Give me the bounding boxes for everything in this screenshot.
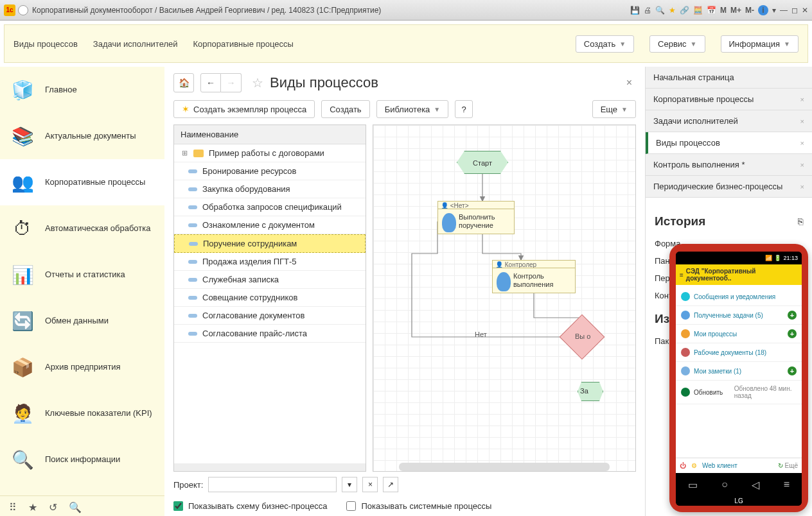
sidebar-item-search[interactable]: 🔍Поиск информации — [0, 436, 164, 483]
sidebar-item-docs[interactable]: 📚Актуальные документы — [0, 113, 164, 159]
tab-close-icon[interactable]: × — [800, 96, 804, 103]
tab-process-types[interactable]: Виды процессов× — [646, 132, 812, 154]
menu-tasks[interactable]: Задачи исполнителей — [93, 39, 178, 49]
home-button[interactable]: 🏠 — [173, 73, 194, 92]
info-icon[interactable]: i — [758, 5, 768, 15]
tab-periodic[interactable]: Периодические бизнес-процессы× — [646, 176, 812, 198]
caret-down-icon[interactable]: ▾ — [772, 6, 776, 15]
memory-mplus-button[interactable]: M+ — [730, 6, 741, 15]
help-button[interactable]: ? — [455, 100, 473, 118]
calendar-icon[interactable]: 📅 — [707, 6, 716, 15]
phone-web-link[interactable]: Web клиент — [702, 462, 737, 469]
more-button[interactable]: Еще▼ — [592, 100, 636, 118]
tree-row[interactable]: Обработка запросов спецификаций — [174, 198, 366, 216]
tab-control[interactable]: Контроль выполнения *× — [646, 154, 812, 176]
show-scheme-checkbox[interactable]: Показывать схему бизнес-процесса — [173, 501, 327, 511]
tab-home[interactable]: Начальная страница — [646, 67, 812, 89]
menu-icon[interactable]: ≡ — [680, 271, 684, 279]
tab-close-icon[interactable]: × — [800, 139, 804, 147]
tab-tasks[interactable]: Задачи исполнителей× — [646, 110, 812, 132]
menu-process-types[interactable]: Виды процессов — [13, 39, 78, 49]
link-icon[interactable]: 🔗 — [680, 6, 689, 15]
diagram-start-node[interactable]: Старт — [457, 151, 508, 174]
create-button[interactable]: Создать▼ — [576, 35, 634, 53]
sidebar-item-exchange[interactable]: 🔄Обмен данными — [0, 298, 164, 344]
tree-row[interactable]: Продажа изделия ПГТ-5 — [174, 253, 366, 271]
add-icon[interactable]: + — [788, 366, 797, 375]
add-icon[interactable]: + — [788, 329, 797, 338]
service-button[interactable]: Сервис▼ — [649, 35, 705, 53]
nav-home-icon[interactable]: ○ — [721, 479, 728, 490]
tab-corporate[interactable]: Корпоративные процессы× — [646, 89, 812, 110]
tab-close-icon[interactable]: × — [800, 183, 804, 191]
phone-more-link[interactable]: ↻ Ещё — [778, 462, 798, 469]
phone-row-tasks[interactable]: Полученные задачи (5)+ — [676, 306, 802, 325]
tab-close-icon[interactable]: × — [800, 161, 804, 169]
nav-back-icon[interactable]: ◁ — [752, 479, 759, 491]
diagram-task2-node[interactable]: Контроль выполнения — [492, 268, 576, 293]
menu-corporate[interactable]: Корпоративные процессы — [193, 39, 294, 49]
tree-header[interactable]: Наименование — [174, 125, 366, 144]
fav-icon[interactable]: ★ — [28, 501, 37, 513]
phone-row-notes[interactable]: Мои заметки (1)+ — [676, 362, 802, 381]
tree-row[interactable]: Закупка оборудования — [174, 180, 366, 198]
tree-row[interactable]: Ознакомление с документом — [174, 216, 366, 234]
save-icon[interactable]: 💾 — [630, 6, 640, 15]
create-button[interactable]: Создать — [321, 100, 369, 118]
scrollbar[interactable] — [399, 463, 610, 471]
phone-row-processes[interactable]: Мои процессы+ — [676, 325, 802, 343]
tree-row[interactable]: Совещание сотрудников — [174, 289, 366, 307]
tree-row[interactable]: Бронирование ресурсов — [174, 162, 366, 180]
tab-close-icon[interactable]: × — [800, 117, 804, 125]
sidebar-item-processes[interactable]: 👥Корпоративные процессы — [0, 159, 164, 205]
memory-m-button[interactable]: M — [720, 6, 727, 15]
phone-row-docs[interactable]: Рабочие документы (18) — [676, 343, 802, 362]
show-system-checkbox[interactable]: Показывать системные процессы — [346, 501, 491, 511]
sidebar-item-main[interactable]: 🧊Главное — [0, 67, 164, 113]
project-select-button[interactable]: ▾ — [342, 477, 357, 492]
scrollbar[interactable] — [174, 463, 366, 471]
expand-icon[interactable]: ⊞ — [181, 149, 188, 157]
project-open-button[interactable]: ↗ — [383, 477, 398, 492]
preview-icon[interactable]: 🔍 — [655, 6, 665, 15]
settings-icon[interactable]: ⚙ — [691, 462, 697, 469]
sidebar-item-archive[interactable]: 📦Архив предприятия — [0, 344, 164, 390]
info-button[interactable]: Информация▼ — [721, 35, 799, 53]
sidebar-item-reports[interactable]: 📊Отчеты и статистика — [0, 252, 164, 298]
create-instance-button[interactable]: ✶Создать экземпляр процесса — [173, 100, 315, 118]
diagram-task1-node[interactable]: Выполнить поручение — [437, 209, 515, 234]
forward-button[interactable]: → — [221, 73, 242, 92]
process-diagram[interactable]: Старт 👤 <Нет> Выполнить поручение 👤 Конт… — [373, 125, 636, 472]
add-icon[interactable]: + — [788, 311, 797, 320]
close-icon[interactable]: ✕ — [802, 6, 808, 15]
tree-row[interactable]: Поручение сотрудникам — [174, 234, 366, 253]
close-page-icon[interactable]: × — [626, 77, 636, 89]
phone-row-refresh[interactable]: Обновить Обновлено 48 мин. назад — [676, 381, 802, 404]
history-settings-icon[interactable]: ⎘ — [798, 216, 803, 227]
tree-row[interactable]: Согласование документов — [174, 307, 366, 325]
memory-mminus-button[interactable]: M- — [745, 6, 754, 15]
back-button[interactable]: ← — [200, 73, 221, 92]
tree-row[interactable]: ⊞Пример работы с договорами — [174, 144, 366, 162]
library-button[interactable]: Библиотека▼ — [376, 100, 449, 118]
project-clear-button[interactable]: × — [362, 477, 378, 492]
dropdown-circle-icon[interactable] — [18, 5, 28, 15]
project-input[interactable] — [208, 477, 337, 492]
phone-row-messages[interactable]: Сообщения и уведомления — [676, 288, 802, 306]
star-icon[interactable]: ★ — [669, 6, 676, 15]
favorite-icon[interactable]: ☆ — [252, 75, 263, 90]
tree-row[interactable]: Согласование прайс-листа — [174, 325, 366, 343]
sidebar-item-auto[interactable]: ⏱Автоматическая обработка — [0, 205, 164, 252]
minimize-icon[interactable]: — — [780, 6, 788, 15]
search-icon[interactable]: 🔍 — [69, 501, 82, 513]
history-icon[interactable]: ↺ — [49, 501, 57, 513]
nav-menu-icon[interactable]: ≡ — [784, 479, 790, 490]
nav-recent-icon[interactable]: ▭ — [688, 479, 698, 491]
tree-row[interactable]: Служебная записка — [174, 271, 366, 289]
sidebar-item-kpi[interactable]: 🧑‍💼Ключевые показатели (KPI) — [0, 390, 164, 436]
print-icon[interactable]: 🖨 — [644, 6, 651, 15]
maximize-icon[interactable]: ◻ — [791, 6, 798, 15]
calc-icon[interactable]: 🧮 — [693, 6, 703, 15]
power-icon[interactable]: ⏻ — [680, 462, 686, 469]
apps-icon[interactable]: ⠿ — [9, 501, 17, 513]
